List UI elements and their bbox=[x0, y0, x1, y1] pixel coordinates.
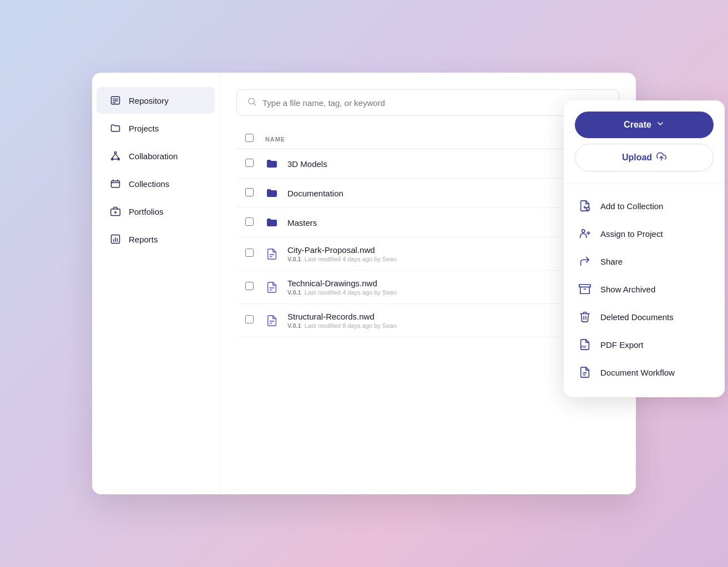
upload-button-label: Upload bbox=[622, 153, 652, 163]
sidebar-item-portfolios[interactable]: Portfolios bbox=[97, 198, 215, 225]
sidebar-item-projects[interactable]: Projects bbox=[97, 115, 215, 141]
share-icon bbox=[577, 254, 593, 269]
create-button-label: Create bbox=[624, 120, 651, 130]
row-checkbox[interactable] bbox=[245, 188, 254, 196]
table-row[interactable]: Technical-Drawings.nwd V.0.1 Last modifi… bbox=[236, 271, 619, 304]
file-name: City-Park-Proposal.nwd bbox=[287, 245, 610, 255]
collections-icon bbox=[110, 178, 121, 189]
upload-icon bbox=[656, 151, 666, 164]
reports-icon bbox=[110, 234, 121, 245]
table-header: NAME bbox=[236, 129, 619, 149]
menu-label-deleted-docs: Deleted Documents bbox=[600, 312, 674, 322]
file-doc-icon bbox=[265, 314, 279, 327]
svg-point-32 bbox=[582, 230, 585, 233]
create-button[interactable]: Create bbox=[575, 112, 714, 138]
sidebar-label-collections: Collections bbox=[129, 179, 169, 189]
file-table: NAME 3D Models bbox=[236, 129, 619, 337]
menu-item-doc-workflow[interactable]: Document Workflow bbox=[575, 358, 714, 386]
folder-icon bbox=[265, 216, 279, 229]
svg-point-18 bbox=[249, 98, 255, 104]
table-row[interactable]: Documentation bbox=[236, 179, 619, 208]
menu-label-share: Share bbox=[600, 257, 623, 266]
row-checkbox[interactable] bbox=[245, 249, 254, 257]
sidebar-label-repository: Repository bbox=[129, 96, 169, 105]
file-meta: V.0.1 Last modified 4 days ago by Sean bbox=[287, 289, 610, 296]
folder-icon bbox=[265, 157, 279, 170]
file-name: Structural-Records.nwd bbox=[287, 312, 610, 321]
file-meta: V.0.1 Last modified 4 days ago by Sean bbox=[287, 256, 610, 262]
file-doc-icon bbox=[265, 281, 279, 294]
svg-line-7 bbox=[112, 154, 115, 158]
select-all-checkbox[interactable] bbox=[245, 134, 254, 142]
file-name: Masters bbox=[287, 218, 610, 227]
sidebar-item-collaboration[interactable]: Collaboration bbox=[97, 143, 215, 169]
collaboration-icon bbox=[110, 150, 121, 161]
sidebar-item-collections[interactable]: Collections bbox=[97, 170, 215, 197]
menu-label-assign-project: Assign to Project bbox=[600, 229, 663, 239]
table-row[interactable]: 3D Models bbox=[236, 149, 619, 179]
search-icon bbox=[247, 97, 257, 109]
upload-button[interactable]: Upload bbox=[575, 144, 714, 171]
sidebar-label-portfolios: Portfolios bbox=[129, 207, 164, 216]
menu-item-show-archived[interactable]: Show Archived bbox=[575, 275, 714, 303]
sidebar-label-collaboration: Collaboration bbox=[129, 151, 178, 161]
pdf-export-icon: PDF bbox=[577, 337, 593, 352]
table-row[interactable]: Masters bbox=[236, 208, 619, 237]
menu-label-show-archived: Show Archived bbox=[600, 285, 655, 294]
menu-item-assign-project[interactable]: Assign to Project bbox=[575, 220, 714, 247]
svg-line-8 bbox=[115, 154, 119, 158]
search-bar[interactable] bbox=[236, 89, 619, 116]
row-checkbox[interactable] bbox=[245, 159, 254, 167]
row-checkbox[interactable] bbox=[245, 315, 254, 323]
row-checkbox[interactable] bbox=[245, 217, 254, 226]
file-name: Documentation bbox=[287, 189, 610, 198]
menu-label-doc-workflow: Document Workflow bbox=[600, 368, 675, 377]
doc-workflow-icon bbox=[577, 364, 593, 380]
menu-item-pdf-export[interactable]: PDF PDF Export bbox=[575, 331, 714, 358]
search-input[interactable] bbox=[262, 98, 609, 108]
dropdown-menu: Create Upload bbox=[564, 100, 725, 397]
assign-project-icon bbox=[577, 226, 593, 241]
sidebar-label-projects: Projects bbox=[129, 124, 159, 133]
sidebar-label-reports: Reports bbox=[129, 235, 158, 244]
add-collection-icon bbox=[577, 198, 593, 214]
file-name: Technical-Drawings.nwd bbox=[287, 279, 610, 288]
sidebar: Repository Projects Colla bbox=[92, 73, 220, 494]
folder-icon bbox=[265, 186, 279, 200]
projects-icon bbox=[110, 123, 121, 134]
repository-icon bbox=[110, 95, 121, 106]
main-card: Repository Projects Colla bbox=[92, 73, 636, 494]
svg-line-19 bbox=[254, 103, 255, 105]
table-row[interactable]: Structural-Records.nwd V.0.1 Last modifi… bbox=[236, 304, 619, 337]
menu-item-deleted-docs[interactable]: Deleted Documents bbox=[575, 303, 714, 331]
row-checkbox[interactable] bbox=[245, 282, 254, 290]
svg-rect-10 bbox=[112, 181, 120, 188]
chevron-down-icon bbox=[656, 119, 665, 130]
file-meta: V.0.1 Last modified 8 days ago by Sean bbox=[287, 322, 610, 329]
sidebar-item-reports[interactable]: Reports bbox=[97, 226, 215, 252]
show-archived-icon bbox=[577, 281, 593, 297]
file-name: 3D Models bbox=[287, 159, 610, 169]
sidebar-item-repository[interactable]: Repository bbox=[97, 87, 215, 114]
deleted-docs-icon bbox=[577, 309, 593, 325]
name-column-header: NAME bbox=[265, 136, 285, 143]
file-doc-icon bbox=[265, 247, 279, 261]
menu-item-share[interactable]: Share bbox=[575, 247, 714, 275]
table-row[interactable]: City-Park-Proposal.nwd V.0.1 Last modifi… bbox=[236, 237, 619, 271]
svg-text:PDF: PDF bbox=[582, 346, 587, 348]
portfolios-icon bbox=[110, 206, 121, 217]
menu-label-add-collection: Add to Collection bbox=[600, 201, 663, 211]
menu-divider bbox=[564, 183, 725, 183]
svg-rect-35 bbox=[579, 285, 590, 287]
menu-item-add-collection[interactable]: Add to Collection bbox=[575, 192, 714, 220]
menu-label-pdf-export: PDF Export bbox=[600, 340, 644, 350]
